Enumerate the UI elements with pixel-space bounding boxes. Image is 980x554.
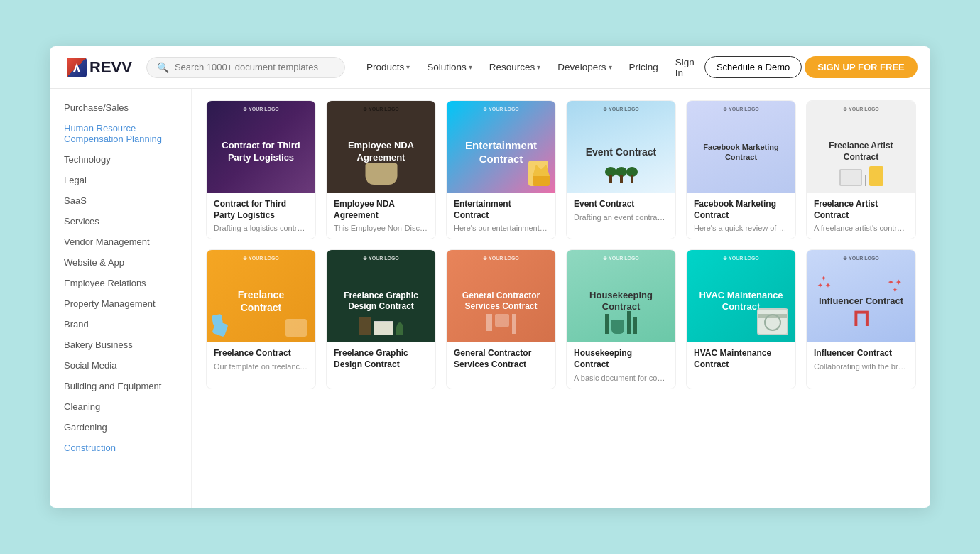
your-logo-label: ⊕ YOUR LOGO [363,256,399,261]
search-input[interactable] [175,62,331,72]
card-event[interactable]: ⊕ YOUR LOGO Event Contract [566,100,676,239]
card-overlay-freelance-artist: Freelance Artist Contract [814,141,908,163]
your-logo-label: ⊕ YOUR LOGO [243,256,279,261]
card-name-influencer: Influencer Contract [814,348,908,359]
search-icon: 🔍 [157,62,169,73]
chevron-down-icon: ▾ [609,63,612,71]
sidebar-item-construction[interactable]: Construction [50,438,191,458]
card-name-general: General Contractor Services Contract [454,348,548,370]
sidebar-item-legal[interactable]: Legal [50,170,191,190]
card-overlay-graphic-design: Freelance Graphic Design Contract [334,290,428,313]
sidebar-item-website[interactable]: Website & App [50,252,191,273]
nav-products[interactable]: Products ▾ [359,58,417,77]
sidebar-item-purchase-sales[interactable]: Purchase/Sales [50,97,191,118]
sidebar-item-cleaning[interactable]: Cleaning [50,396,191,417]
sidebar-item-services[interactable]: Services [50,211,191,232]
sidebar: Purchase/Sales Human Resource Compensati… [50,89,192,508]
sidebar-item-hr[interactable]: Human Resource Compensation Planning [50,118,191,149]
sidebar-item-gardening[interactable]: Gardening [50,417,191,438]
sidebar-item-property[interactable]: Property Management [50,293,191,314]
desk-scene [359,317,403,335]
card-overlay-nda: Employee NDA Agreement [334,140,428,164]
social-dots: ✦ ✦✦ [888,278,901,294]
sidebar-item-brand[interactable]: Brand [50,314,191,335]
social-dots2: ✦✦ ✦ [817,275,831,289]
nav-developers[interactable]: Developers ▾ [550,58,619,77]
card-info-graphic-design: Freelance Graphic Design Contract [327,342,435,378]
construction-decoration [486,314,516,334]
signup-button[interactable]: SIGN UP FOR FREE [805,56,918,78]
card-info-influencer: Influencer Contract Collaborating with t… [807,342,915,377]
card-thumb-event: ⊕ YOUR LOGO Event Contract [567,101,675,193]
sidebar-item-building[interactable]: Building and Equipment [50,376,191,396]
search-box[interactable]: 🔍 [146,57,345,78]
card-info-facebook: Facebook Marketing Contract Here's a qui… [687,193,795,239]
card-name-hvac: HVAC Maintenance Contract [694,348,788,370]
card-thumb-logistics: ⊕ YOUR LOGO Contract for Third Party Log… [207,101,315,193]
card-info-freelance: Freelance Contract Our template on freel… [207,342,315,377]
card-desc-facebook: Here's a quick review of the... [694,223,788,233]
card-nda[interactable]: ⊕ YOUR LOGO Employee NDA Agreement Emplo… [326,100,436,239]
nav: Products ▾ Solutions ▾ Resources ▾ Devel… [359,53,918,82]
sidebar-item-employee-relations[interactable]: Employee Relations [50,273,191,293]
card-overlay-facebook: Facebook Marketing Contract [694,142,788,163]
card-hvac[interactable]: ⊕ YOUR LOGO HVAC Maintenance Contract HV… [686,249,796,389]
magnet-icon: ⊓ [852,305,870,332]
hvac-unit [757,308,788,335]
main-window: REVV 🔍 Products ▾ Solutions ▾ Resources … [50,46,930,508]
card-info-general: General Contractor Services Contract [447,342,555,378]
body-layout: Purchase/Sales Human Resource Compensati… [50,89,930,508]
card-thumb-entertainment: ⊕ YOUR LOGO Entertainment Contract [447,101,555,193]
card-name-freelance: Freelance Contract [214,348,308,359]
sidebar-item-bakery[interactable]: Bakery Business [50,335,191,355]
header: REVV 🔍 Products ▾ Solutions ▾ Resources … [50,46,930,89]
card-name-freelance-artist: Freelance Artist Contract [814,199,908,221]
card-name-graphic-design: Freelance Graphic Design Contract [334,348,428,370]
main-content: ⊕ YOUR LOGO Contract for Third Party Log… [192,89,930,508]
card-logistics[interactable]: ⊕ YOUR LOGO Contract for Third Party Log… [206,100,316,239]
card-thumb-nda: ⊕ YOUR LOGO Employee NDA Agreement [327,101,435,193]
card-name-housekeeping: Housekeeping Contract [574,348,668,370]
card-housekeeping[interactable]: ⊕ YOUR LOGO Housekeeping Contract Housek… [566,249,676,389]
card-desc-entertainment: Here's our entertainment co... [454,223,548,233]
card-general-contractor[interactable]: ⊕ YOUR LOGO General Contractor Services … [446,249,556,389]
card-thumb-housekeeping: ⊕ YOUR LOGO Housekeeping Contract [567,250,675,342]
schedule-demo-button[interactable]: Schedule a Demo [704,56,802,78]
card-influencer[interactable]: ⊕ YOUR LOGO Influencer Contract ⊓ ✦ ✦✦ ✦… [806,249,916,389]
card-desc-freelance: Our template on freelance c... [214,362,308,371]
card-desc-nda: This Employee Non-Disclos... [334,223,428,233]
chevron-down-icon: ▾ [469,63,472,71]
card-thumb-general-contractor: ⊕ YOUR LOGO General Contractor Services … [447,250,555,342]
cleaning-decoration [605,311,637,334]
card-graphic-design[interactable]: ⊕ YOUR LOGO Freelance Graphic Design Con… [326,249,436,389]
card-name-facebook: Facebook Marketing Contract [694,199,788,221]
card-info-entertainment: Entertainment Contract Here's our entert… [447,193,555,239]
card-thumb-freelance-artist: ⊕ YOUR LOGO Freelance Artist Contract [807,101,915,193]
card-facebook[interactable]: ⊕ YOUR LOGO Facebook Marketing Contract … [686,100,796,239]
your-logo-label: ⊕ YOUR LOGO [483,256,519,261]
cards-row-1: ⊕ YOUR LOGO Contract for Third Party Log… [206,100,916,239]
card-freelance[interactable]: ⊕ YOUR LOGO Freelance Contract Freelance… [206,249,316,389]
popcorn-decoration [533,165,550,185]
chevron-down-icon: ▾ [406,63,410,71]
card-name-entertainment: Entertainment Contract [454,199,548,221]
your-logo-label: ⊕ YOUR LOGO [363,107,399,112]
sidebar-item-technology[interactable]: Technology [50,149,191,170]
your-logo-label: ⊕ YOUR LOGO [603,107,639,112]
card-name-event: Event Contract [574,199,668,210]
sidebar-item-vendor[interactable]: Vendor Management [50,232,191,252]
sidebar-item-social[interactable]: Social Media [50,355,191,376]
sidebar-item-saas[interactable]: SaaS [50,190,191,211]
logo[interactable]: REVV [67,58,132,77]
card-entertainment[interactable]: ⊕ YOUR LOGO Entertainment Contract Enter… [446,100,556,239]
laptop-decoration [285,319,307,337]
card-freelance-artist[interactable]: ⊕ YOUR LOGO Freelance Artist Contract Fr… [806,100,916,239]
your-logo-label: ⊕ YOUR LOGO [843,107,879,112]
signin-button[interactable]: Sign In [668,53,702,82]
card-desc-event: Drafting an event contract i... [574,212,668,222]
nav-solutions[interactable]: Solutions ▾ [420,58,479,77]
card-desc-freelance-artist: A freelance artist's contract... [814,223,908,233]
nav-resources[interactable]: Resources ▾ [482,58,548,77]
your-logo-label: ⊕ YOUR LOGO [723,107,759,112]
nav-pricing[interactable]: Pricing [622,58,665,77]
